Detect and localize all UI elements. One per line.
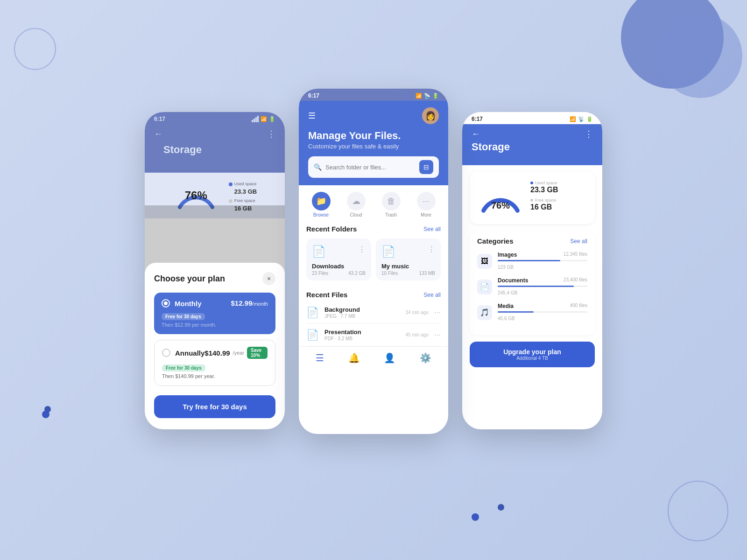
recent-folders-title: Recent Folders bbox=[306, 225, 357, 233]
file-more-presentation[interactable]: ⋯ bbox=[434, 331, 441, 339]
status-bar-2: 6:17 📶📡🔋 bbox=[299, 89, 448, 101]
media-category-icon: 🎵 bbox=[477, 305, 492, 320]
downloads-folder-name: Downloads bbox=[312, 263, 366, 270]
plan-modal: Choose your plan × Monthly $12.99/mon bbox=[145, 263, 285, 429]
folder-downloads[interactable]: 📄 ⋮ Downloads 23 Files 43.2 GB bbox=[306, 238, 371, 280]
file-meta-background: JPEG · 7.7 MB bbox=[324, 314, 400, 319]
file-presentation[interactable]: 📄 Presentation PDF · 3.2 MB 45 min ago ⋯ bbox=[306, 324, 441, 346]
documents-info: Documents 23,400 files 245.4 GB bbox=[498, 277, 587, 296]
categories-section: Categories See all 🖼 Images 12,345 files… bbox=[470, 231, 595, 335]
decorative-circle-2 bbox=[621, 0, 724, 89]
documents-size: 245.4 GB bbox=[498, 290, 517, 295]
annually-plan-option[interactable]: Annually $140.99/year Save 10% Free for … bbox=[154, 340, 275, 386]
media-name: Media bbox=[498, 303, 514, 309]
images-files: 12,345 files bbox=[564, 252, 587, 260]
documents-files: 23,400 files bbox=[564, 277, 587, 286]
recent-files-header: Recent Files See all bbox=[299, 287, 448, 301]
used-stat: Used space 23.3 GB bbox=[530, 181, 587, 194]
media-files: 400 files bbox=[570, 303, 587, 311]
annually-free-badge: Free for 30 days bbox=[162, 364, 205, 371]
phone-storage-plan: 6:17 📶 🔋 ← ⋮ Storage bbox=[145, 112, 285, 429]
images-name: Images bbox=[498, 252, 517, 258]
trash-icon: 🗑 bbox=[382, 192, 401, 210]
cloud-icon: ☁ bbox=[347, 192, 366, 210]
more-options-icon-3[interactable]: ⋮ bbox=[585, 129, 593, 139]
images-size: 123 GB bbox=[498, 265, 514, 270]
mymusic-menu-icon[interactable]: ⋮ bbox=[428, 245, 435, 254]
sub-title: Customize your files safe & easily bbox=[308, 143, 439, 150]
hamburger-icon[interactable]: ☰ bbox=[308, 111, 316, 121]
monthly-plan-name: Monthly bbox=[175, 300, 202, 308]
decorative-dot-2 bbox=[472, 513, 479, 521]
decorative-circle-5 bbox=[498, 504, 504, 511]
nav-browse[interactable]: 📁 Browse bbox=[312, 192, 331, 217]
page-title-3: Storage bbox=[472, 141, 593, 158]
monthly-free-badge: Free for 30 days bbox=[162, 313, 205, 320]
storage-card-3: 76% Used space 23.3 GB Free space 16 GB bbox=[470, 172, 595, 224]
bottom-nav-profile[interactable]: 👤 bbox=[384, 352, 395, 364]
categories-see-all[interactable]: See all bbox=[570, 238, 587, 245]
recent-files-title: Recent Files bbox=[306, 291, 347, 299]
categories-header: Categories See all bbox=[477, 237, 587, 245]
folders-see-all[interactable]: See all bbox=[423, 226, 441, 232]
back-arrow-icon[interactable]: ← bbox=[154, 129, 162, 139]
monthly-period: /month bbox=[252, 301, 268, 307]
back-arrow-icon-3[interactable]: ← bbox=[472, 129, 480, 139]
phone1-top-nav: ← ⋮ bbox=[154, 129, 275, 139]
recent-files-list: 📄 Background JPEG · 7.7 MB 34 min ago ⋯ … bbox=[299, 301, 448, 346]
images-category-icon: 🖼 bbox=[477, 254, 492, 269]
mymusic-folder-icon: 📄 bbox=[381, 245, 395, 258]
file-more-background[interactable]: ⋯ bbox=[434, 309, 441, 316]
status-icons-3: 📶📡🔋 bbox=[570, 116, 593, 122]
try-free-button[interactable]: Try free for 30 days bbox=[154, 395, 275, 418]
mymusic-folder-name: My music bbox=[381, 263, 435, 270]
phone-storage-stats: 6:17 📶📡🔋 ← ⋮ Storage 76% bbox=[462, 112, 602, 429]
folder-mymusic[interactable]: 📄 ⋮ My music 10 Files 133 MB bbox=[376, 238, 441, 280]
upgrade-label: Upgrade your plan bbox=[503, 348, 561, 356]
category-images[interactable]: 🖼 Images 12,345 files 123 GB bbox=[477, 252, 587, 271]
used-label-1: Used space bbox=[234, 182, 257, 186]
bottom-nav-settings[interactable]: ⚙️ bbox=[420, 352, 431, 364]
upgrade-sub: Additional 4 TB bbox=[476, 356, 588, 361]
file-background[interactable]: 📄 Background JPEG · 7.7 MB 34 min ago ⋯ bbox=[306, 301, 441, 324]
file-manager-header: ☰ 👩 Manage Your Files. Customize your fi… bbox=[299, 101, 448, 185]
status-time-1: 6:17 bbox=[154, 116, 165, 122]
search-bar: 🔍 ⊟ bbox=[308, 156, 439, 178]
status-time-2: 6:17 bbox=[308, 92, 319, 99]
category-media[interactable]: 🎵 Media 400 files 45.6 GB bbox=[477, 303, 587, 322]
bottom-nav-bell[interactable]: 🔔 bbox=[348, 352, 360, 364]
gauge-info-3: Used space 23.3 GB Free space 16 GB bbox=[530, 181, 587, 215]
downloads-menu-icon[interactable]: ⋮ bbox=[358, 245, 366, 254]
monthly-plan-option[interactable]: Monthly $12.99/month Free for 30 days Th… bbox=[154, 293, 275, 334]
file-info-background: Background JPEG · 7.7 MB bbox=[324, 306, 400, 319]
files-see-all[interactable]: See all bbox=[423, 292, 441, 298]
more-options-icon[interactable]: ⋮ bbox=[267, 129, 275, 139]
nav-more[interactable]: ··· More bbox=[417, 192, 436, 217]
file-meta-presentation: PDF · 3.2 MB bbox=[324, 336, 400, 341]
phone3-top-area: ← ⋮ Storage bbox=[462, 124, 602, 165]
page-title-1: Storage bbox=[154, 144, 275, 163]
used-stat-label: Used space bbox=[535, 181, 557, 185]
file-icon-presentation: 📄 bbox=[306, 329, 319, 341]
file-manager-body: 📁 Browse ☁ Cloud 🗑 Trash ··· More R bbox=[299, 185, 448, 346]
media-size: 45.6 GB bbox=[498, 316, 515, 321]
modal-title: Choose your plan bbox=[154, 274, 225, 284]
bottom-nav-files[interactable]: ☰ bbox=[316, 352, 324, 364]
nav-trash[interactable]: 🗑 Trash bbox=[382, 192, 401, 217]
downloads-folder-icon: 📄 bbox=[312, 245, 326, 258]
nav-cloud[interactable]: ☁ Cloud bbox=[347, 192, 366, 217]
gauge-percent-3: 76% bbox=[491, 200, 510, 211]
mymusic-files: 10 Files bbox=[381, 271, 398, 276]
documents-bar bbox=[498, 286, 574, 287]
filter-button[interactable]: ⊟ bbox=[419, 160, 433, 174]
media-bar bbox=[498, 311, 534, 313]
images-info: Images 12,345 files 123 GB bbox=[498, 252, 587, 271]
decorative-circle-3 bbox=[658, 14, 742, 98]
modal-close-button[interactable]: × bbox=[262, 272, 275, 285]
category-documents[interactable]: 📄 Documents 23,400 files 245.4 GB bbox=[477, 277, 587, 296]
upgrade-plan-button[interactable]: Upgrade your plan Additional 4 TB bbox=[470, 342, 595, 367]
annually-save-badge: Save 10% bbox=[247, 347, 268, 359]
modal-header: Choose your plan × bbox=[154, 272, 275, 285]
search-input[interactable] bbox=[325, 164, 416, 171]
user-avatar[interactable]: 👩 bbox=[422, 107, 439, 124]
